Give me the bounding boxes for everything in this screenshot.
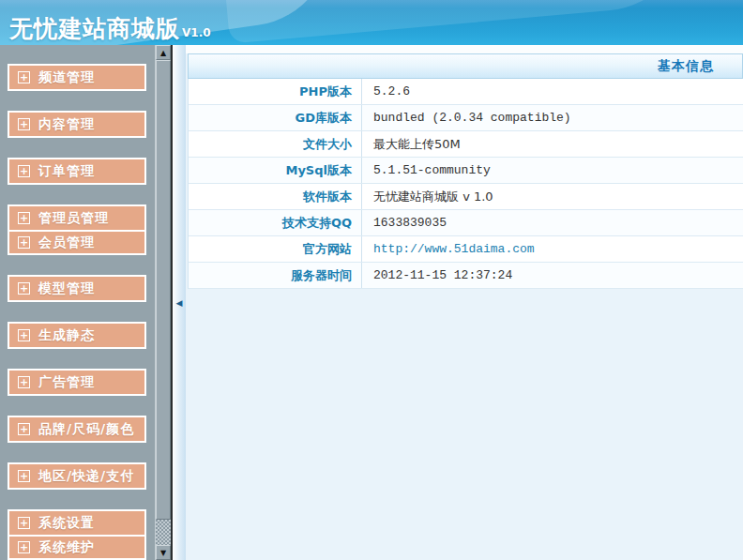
expand-icon: +	[18, 541, 30, 553]
app-title-group: 无忧建站商城版 V1.0	[9, 15, 211, 43]
nav-group-channel: + 频道管理	[8, 64, 146, 91]
sidebar-item-label: 生成静态	[38, 327, 95, 344]
scroll-up-button[interactable]: ▲	[156, 45, 171, 60]
app-window: 无忧建站商城版 V1.0 + 频道管理 + 内容管理 +	[0, 0, 743, 560]
app-title: 无忧建站商城版	[9, 15, 180, 43]
basic-info-panel: 基本信息 PHP版本 5.2.6 GD库版本 bundled (2.0.34 c…	[188, 53, 743, 289]
nav-group-brand-size-color: + 品牌/尺码/颜色	[8, 416, 146, 443]
table-row-official-website: 官方网站 http://www.51daima.com	[189, 236, 743, 263]
table-row-server-time: 服务器时间 2012-11-15 12:37:24	[189, 263, 743, 289]
scroll-up-icon: ▲	[160, 49, 166, 57]
row-value: bundled (2.0.34 compatible)	[362, 111, 571, 125]
sidebar-item-label: 模型管理	[38, 280, 95, 297]
content-area: 基本信息 PHP版本 5.2.6 GD库版本 bundled (2.0.34 c…	[186, 45, 743, 560]
sidebar-item-ad-management[interactable]: + 广告管理	[9, 371, 144, 394]
nav-group-models: + 模型管理	[8, 275, 146, 302]
sidebar-item-model-management[interactable]: + 模型管理	[9, 277, 144, 300]
nav-group-static: + 生成静态	[8, 322, 146, 349]
sidebar-item-label: 地区/快递/支付	[38, 468, 134, 485]
row-value: 5.2.6	[362, 84, 410, 98]
expand-icon: +	[18, 423, 30, 435]
expand-icon: +	[18, 71, 30, 83]
expand-icon: +	[18, 329, 30, 341]
expand-icon: +	[18, 282, 30, 295]
sidebar-item-label: 订单管理	[38, 163, 95, 180]
sidebar-nav: + 频道管理 + 内容管理 + 订单管理 + 管理员管理	[0, 45, 155, 560]
row-label: MySql版本	[189, 158, 362, 183]
row-label: 官方网站	[189, 236, 362, 262]
sidebar-collapse-handle[interactable]: ◀	[173, 45, 186, 560]
sidebar-item-system-settings[interactable]: + 系统设置	[9, 511, 144, 535]
sidebar-item-label: 广告管理	[38, 374, 95, 391]
table-row-file-size: 文件大小 最大能上传50M	[189, 131, 743, 158]
sidebar-item-label: 会员管理	[38, 235, 95, 251]
row-label: 服务器时间	[189, 263, 362, 288]
app-header: 无忧建站商城版 V1.0	[0, 0, 743, 45]
info-table: PHP版本 5.2.6 GD库版本 bundled (2.0.34 compat…	[188, 79, 743, 289]
expand-icon: +	[18, 236, 30, 249]
nav-group-content: + 内容管理	[8, 111, 146, 138]
sidebar-item-generate-static[interactable]: + 生成静态	[9, 324, 144, 347]
sidebar-item-system-maintenance[interactable]: + 系统维护	[9, 535, 144, 558]
panel-title: 基本信息	[658, 58, 714, 75]
table-row-php-version: PHP版本 5.2.6	[189, 79, 743, 105]
nav-group-ads: + 广告管理	[8, 369, 146, 396]
sidebar-item-label: 频道管理	[38, 69, 95, 86]
panel-titlebar: 基本信息	[188, 53, 743, 79]
row-value: 5.1.51-community	[362, 163, 491, 177]
scroll-down-button[interactable]: ▼	[156, 545, 171, 560]
sidebar-item-label: 管理员管理	[38, 210, 109, 227]
expand-icon: +	[18, 470, 30, 482]
expand-icon: +	[18, 165, 30, 177]
expand-icon: +	[18, 517, 30, 529]
sidebar-item-label: 系统维护	[38, 539, 95, 556]
content-top-strip	[186, 45, 743, 53]
app-version: V1.0	[182, 26, 211, 39]
nav-group-system: + 系统设置 + 系统维护	[8, 509, 146, 560]
expand-icon: +	[18, 212, 30, 224]
sidebar-item-content-management[interactable]: + 内容管理	[9, 113, 144, 136]
official-website-link[interactable]: http://www.51daima.com	[362, 242, 535, 256]
main-area: + 频道管理 + 内容管理 + 订单管理 + 管理员管理	[0, 45, 743, 560]
sidebar-item-label: 系统设置	[38, 515, 95, 532]
table-row-software-version: 软件版本 无忧建站商城版 v 1.0	[189, 184, 743, 210]
table-row-support-qq: 技术支持QQ 1633839035	[189, 210, 743, 236]
sidebar-item-brand-size-color[interactable]: + 品牌/尺码/颜色	[9, 417, 144, 441]
nav-group-orders: + 订单管理	[8, 158, 146, 185]
row-value: 1633839035	[362, 216, 447, 230]
table-row-gd-version: GD库版本 bundled (2.0.34 compatible)	[189, 105, 743, 131]
row-label: 文件大小	[189, 131, 362, 157]
row-label: GD库版本	[189, 105, 362, 130]
sidebar-scrollbar[interactable]: ▲ ▼	[155, 45, 171, 560]
header-swoosh-decoration	[222, 0, 697, 44]
nav-group-admins-members: + 管理员管理 + 会员管理	[8, 204, 146, 255]
expand-icon: +	[18, 118, 30, 130]
scrollbar-thumb[interactable]	[156, 60, 171, 520]
row-label: PHP版本	[189, 79, 362, 104]
scroll-down-icon: ▼	[160, 549, 166, 557]
row-value: 最大能上传50M	[362, 136, 461, 153]
sidebar-item-label: 内容管理	[38, 116, 95, 133]
row-label: 软件版本	[189, 184, 362, 209]
row-label: 技术支持QQ	[189, 210, 362, 235]
sidebar-item-channel-management[interactable]: + 频道管理	[9, 66, 144, 89]
sidebar-item-order-management[interactable]: + 订单管理	[9, 159, 144, 183]
collapse-left-icon: ◀	[176, 298, 183, 308]
nav-group-region-express-pay: + 地区/快递/支付	[8, 462, 146, 490]
row-value: 无忧建站商城版 v 1.0	[362, 189, 493, 205]
table-row-mysql-version: MySql版本 5.1.51-community	[189, 158, 743, 184]
scrollbar-track[interactable]	[156, 520, 171, 545]
row-value: 2012-11-15 12:37:24	[362, 268, 512, 282]
expand-icon: +	[18, 376, 30, 388]
sidebar-item-label: 品牌/尺码/颜色	[38, 421, 134, 438]
sidebar-item-region-express-payment[interactable]: + 地区/快递/支付	[9, 464, 144, 488]
sidebar-item-admin-management[interactable]: + 管理员管理	[9, 206, 144, 230]
sidebar-item-member-management[interactable]: + 会员管理	[9, 230, 144, 253]
